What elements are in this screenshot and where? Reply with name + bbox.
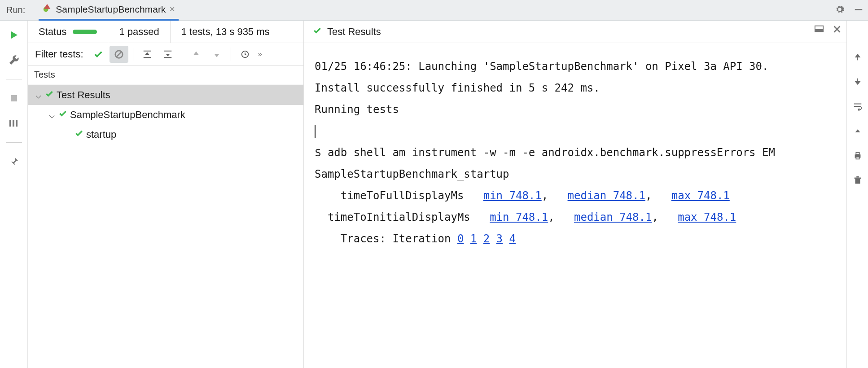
filter-row: Filter tests: » <box>28 43 303 66</box>
svg-rect-18 <box>857 79 858 82</box>
svg-rect-5 <box>16 120 18 127</box>
test-tree: ⌵ Test Results ⌵ SampleStartupBenchmark … <box>28 84 303 368</box>
passed-count: 1 passed <box>119 26 159 38</box>
wrench-icon[interactable] <box>8 54 20 66</box>
pass-icon <box>58 109 67 121</box>
separator <box>133 48 133 61</box>
dual-view-icon[interactable] <box>814 24 824 37</box>
tree-root[interactable]: ⌵ Test Results <box>28 85 303 105</box>
show-ignored-icon[interactable] <box>110 46 128 63</box>
separator <box>182 48 182 61</box>
more-icon[interactable]: » <box>258 50 262 59</box>
prev-failed-icon[interactable] <box>187 46 206 63</box>
svg-rect-4 <box>13 120 14 127</box>
test-pane: Status 1 passed 1 tests, 13 s 935 ms Fil… <box>28 21 304 368</box>
status-row: Status 1 passed 1 tests, 13 s 935 ms <box>28 21 303 43</box>
pass-icon <box>75 129 83 140</box>
tree-test-label: startup <box>86 129 116 140</box>
close-icon[interactable] <box>832 24 842 37</box>
close-icon[interactable]: ✕ <box>169 5 175 13</box>
pin-icon[interactable] <box>8 155 20 168</box>
svg-rect-3 <box>9 120 11 127</box>
svg-rect-23 <box>854 178 861 179</box>
console-line: $ adb shell am instrument -w -m -e andro… <box>315 146 775 159</box>
android-test-icon <box>42 3 52 15</box>
tab-label: SampleStartupBenchmark <box>56 4 166 15</box>
stop-icon[interactable] <box>8 92 20 105</box>
metric-median-link[interactable]: median 748.1 <box>568 189 645 202</box>
svg-rect-10 <box>164 50 171 51</box>
metric-label: timeToInitialDisplayMs <box>315 211 490 223</box>
minimize-icon[interactable] <box>854 4 864 17</box>
tree-test[interactable]: startup <box>28 125 303 145</box>
expand-all-icon[interactable] <box>138 46 157 63</box>
titlebar: Run: SampleStartupBenchmark ✕ <box>0 0 868 21</box>
trace-link[interactable]: 4 <box>509 232 516 245</box>
text-cursor <box>315 125 316 138</box>
tests-header: Tests <box>28 66 303 84</box>
svg-rect-9 <box>143 57 151 58</box>
run-label: Run: <box>6 5 25 15</box>
console-line: SampleStartupBenchmark_startup <box>315 168 509 180</box>
left-toolbar <box>0 21 28 368</box>
console-line: Install successfully finished in 5 s 242… <box>315 82 600 94</box>
console[interactable]: 01/25 16:46:25: Launching 'SampleStartup… <box>304 43 846 368</box>
svg-rect-24 <box>856 176 859 178</box>
print-icon[interactable] <box>853 151 863 163</box>
test-summary: 1 tests, 13 s 935 ms <box>181 26 270 38</box>
console-line: 01/25 16:46:25: Launching 'SampleStartup… <box>315 60 768 73</box>
divider <box>6 79 22 79</box>
console-line: Running tests <box>315 103 399 116</box>
next-failed-icon[interactable] <box>207 46 226 63</box>
trace-link[interactable]: 1 <box>470 232 477 245</box>
chevron-down-icon: ⌵ <box>34 89 42 101</box>
soft-wrap-icon[interactable] <box>853 101 863 114</box>
trace-link[interactable]: 3 <box>496 232 503 245</box>
svg-rect-17 <box>857 57 858 60</box>
metric-median-link[interactable]: median 748.1 <box>574 211 652 223</box>
tree-root-label: Test Results <box>57 89 110 101</box>
svg-rect-11 <box>164 57 171 58</box>
svg-rect-2 <box>11 95 17 101</box>
metric-max-link[interactable]: max 748.1 <box>678 211 736 223</box>
output-pane: Test Results 01/25 16:46:25: Launching '… <box>304 21 846 368</box>
metric-min-link[interactable]: min 748.1 <box>483 189 542 202</box>
svg-rect-20 <box>856 153 859 155</box>
trace-link[interactable]: 0 <box>457 232 464 245</box>
filter-label: Filter tests: <box>35 48 83 60</box>
tree-suite[interactable]: ⌵ SampleStartupBenchmark <box>28 105 303 125</box>
pass-icon <box>313 26 322 38</box>
svg-rect-14 <box>815 29 823 32</box>
scroll-to-end-icon[interactable] <box>853 126 863 138</box>
output-header: Test Results <box>304 21 846 43</box>
output-title: Test Results <box>327 26 381 38</box>
tree-suite-label: SampleStartupBenchmark <box>70 109 185 121</box>
collapse-all-icon[interactable] <box>158 46 177 63</box>
separator <box>231 48 231 61</box>
status-label: Status <box>39 26 66 38</box>
traces-label: Traces: Iteration <box>315 232 457 245</box>
scroll-up-icon[interactable] <box>853 52 863 64</box>
metric-max-link[interactable]: max 748.1 <box>671 189 730 202</box>
svg-rect-1 <box>855 9 863 10</box>
metric-label: timeToFullDisplayMs <box>315 189 483 202</box>
trace-link[interactable]: 2 <box>483 232 490 245</box>
console-toolbar <box>846 21 868 368</box>
history-icon[interactable] <box>236 46 254 63</box>
svg-rect-22 <box>855 179 860 184</box>
svg-rect-21 <box>856 157 859 159</box>
run-config-tab[interactable]: SampleStartupBenchmark ✕ <box>39 0 179 21</box>
chevron-down-icon: ⌵ <box>48 109 56 121</box>
show-passed-icon[interactable] <box>89 46 108 63</box>
gear-icon[interactable] <box>835 4 845 17</box>
trash-icon[interactable] <box>853 175 863 188</box>
metric-min-link[interactable]: min 748.1 <box>490 211 548 223</box>
svg-rect-8 <box>143 50 151 51</box>
progress-bar <box>73 30 97 34</box>
layout-icon[interactable] <box>8 117 20 130</box>
divider <box>6 142 22 143</box>
pass-icon <box>45 89 54 101</box>
run-icon[interactable] <box>8 29 20 41</box>
scroll-down-icon[interactable] <box>853 77 863 89</box>
svg-line-7 <box>116 51 122 57</box>
